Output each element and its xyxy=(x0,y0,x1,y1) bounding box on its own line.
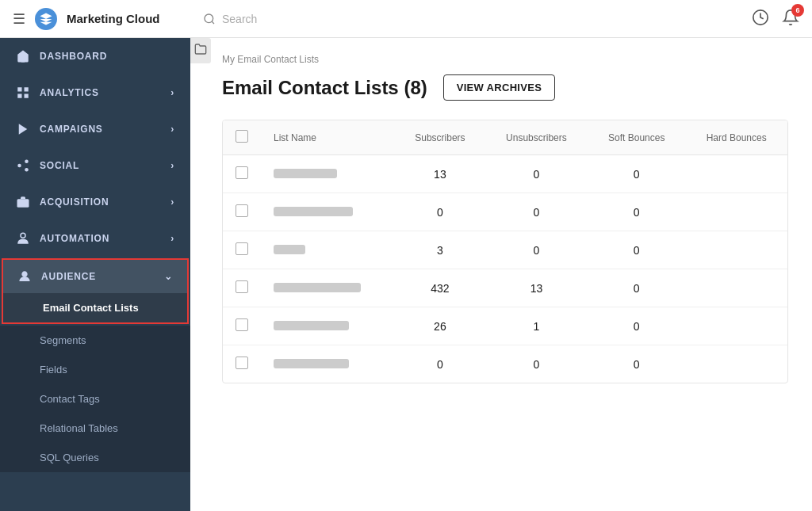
list-name-5[interactable] xyxy=(274,359,349,368)
submenu-item-contact-tags[interactable]: Contact Tags xyxy=(0,384,190,414)
audience-icon xyxy=(17,269,32,284)
table-row: 300 xyxy=(223,231,787,269)
list-name-2[interactable] xyxy=(274,245,305,254)
cell-subscribers-2: 3 xyxy=(395,231,485,269)
main-layout: Dashboard Analytics › Campaigns › Social… xyxy=(0,38,812,511)
content-area: My Email Contact Lists Email Contact Lis… xyxy=(190,38,812,511)
col-header-list-name: List Name xyxy=(261,120,395,155)
svg-rect-2 xyxy=(17,87,21,91)
sidebar-item-acquisition[interactable]: Acquisition › xyxy=(0,184,190,220)
svg-rect-12 xyxy=(17,199,29,208)
row-checkbox-5[interactable] xyxy=(236,357,248,369)
col-header-unsubscribers: Unsubscribers xyxy=(485,120,588,155)
row-checkbox-1[interactable] xyxy=(236,204,248,217)
sidebar-item-automation[interactable]: Automation › xyxy=(0,220,190,257)
cell-unsubscribers-5: 0 xyxy=(485,345,588,383)
svg-point-0 xyxy=(205,14,213,23)
search-icon xyxy=(203,13,216,25)
select-all-header[interactable] xyxy=(223,120,261,155)
table-row: 000 xyxy=(223,193,787,231)
svg-marker-6 xyxy=(19,124,28,135)
row-checkbox-0[interactable] xyxy=(236,166,248,179)
svg-rect-4 xyxy=(17,94,21,98)
list-name-1[interactable] xyxy=(274,207,353,216)
logo xyxy=(35,8,57,30)
list-name-0[interactable] xyxy=(274,169,337,178)
cell-soft_bounces-2: 0 xyxy=(588,231,685,269)
table-row: 1300 xyxy=(223,155,787,193)
cell-subscribers-1: 0 xyxy=(395,193,485,231)
sidebar-item-analytics[interactable]: Analytics › xyxy=(0,74,190,111)
sidebar-item-dashboard[interactable]: Dashboard xyxy=(0,38,190,74)
topbar-icons: 6 xyxy=(752,9,799,29)
cell-soft_bounces-5: 0 xyxy=(588,345,685,383)
app-title: Marketing Cloud xyxy=(67,12,160,25)
cell-unsubscribers-1: 0 xyxy=(485,193,588,231)
topbar-left: ☰ Marketing Cloud xyxy=(13,8,203,30)
automation-icon xyxy=(16,231,30,246)
cell-hard_bounces-0 xyxy=(685,155,787,193)
notification-button[interactable]: 6 xyxy=(782,9,799,29)
chevron-campaigns: › xyxy=(170,124,174,135)
cell-hard_bounces-5 xyxy=(685,345,787,383)
content-inner: My Email Contact Lists Email Contact Lis… xyxy=(190,38,812,399)
chevron-automation: › xyxy=(170,233,174,244)
cell-soft_bounces-0: 0 xyxy=(588,155,685,193)
cell-subscribers-5: 0 xyxy=(395,345,485,383)
cell-subscribers-0: 13 xyxy=(395,155,485,193)
row-checkbox-3[interactable] xyxy=(236,280,248,293)
email-lists-table: List Name Subscribers Unsubscribers Soft… xyxy=(222,120,788,383)
hamburger-icon[interactable]: ☰ xyxy=(13,10,25,28)
svg-point-13 xyxy=(22,272,27,276)
notification-badge: 6 xyxy=(791,4,804,17)
logo-icon xyxy=(39,12,53,26)
page-title: Email Contact Lists (8) xyxy=(222,77,427,99)
submenu-item-relational-tables[interactable]: Relational Tables xyxy=(0,414,190,443)
view-archives-button[interactable]: VIEW ARCHIVES xyxy=(443,74,555,101)
sidebar-label-social: Social xyxy=(40,160,79,171)
cell-soft_bounces-4: 0 xyxy=(588,307,685,345)
svg-point-7 xyxy=(25,160,29,164)
submenu-item-email-contact-lists[interactable]: Email Contact Lists xyxy=(3,293,187,322)
cell-hard_bounces-2 xyxy=(685,231,787,269)
chevron-acquisition: › xyxy=(170,196,174,208)
cell-unsubscribers-2: 0 xyxy=(485,231,588,269)
table-row: 2610 xyxy=(223,307,787,345)
svg-rect-5 xyxy=(25,94,29,98)
submenu-item-sql-queries[interactable]: SQL Queries xyxy=(0,443,190,472)
submenu-item-fields[interactable]: Fields xyxy=(0,355,190,384)
search-area[interactable]: Search xyxy=(203,13,752,25)
table-header-row: List Name Subscribers Unsubscribers Soft… xyxy=(223,120,787,155)
list-name-4[interactable] xyxy=(274,321,349,330)
list-name-3[interactable] xyxy=(274,283,361,292)
sidebar-label-audience: Audience xyxy=(41,271,96,282)
row-checkbox-4[interactable] xyxy=(236,318,248,331)
folder-tab[interactable] xyxy=(190,38,211,63)
row-checkbox-2[interactable] xyxy=(236,242,248,255)
select-all-checkbox[interactable] xyxy=(236,130,248,143)
svg-rect-3 xyxy=(25,87,29,91)
analytics-icon xyxy=(16,86,30,100)
col-header-hard-bounces: Hard Bounces xyxy=(685,120,787,155)
cell-subscribers-3: 432 xyxy=(395,269,485,307)
sidebar: Dashboard Analytics › Campaigns › Social… xyxy=(0,38,190,511)
sidebar-label-campaigns: Campaigns xyxy=(40,124,103,135)
social-icon xyxy=(16,158,30,173)
sidebar-item-social[interactable]: Social › xyxy=(0,147,190,184)
cell-subscribers-4: 26 xyxy=(395,307,485,345)
cell-hard_bounces-4 xyxy=(685,307,787,345)
search-placeholder[interactable]: Search xyxy=(222,13,257,25)
cell-unsubscribers-4: 1 xyxy=(485,307,588,345)
cell-soft_bounces-3: 0 xyxy=(588,269,685,307)
topbar: ☰ Marketing Cloud Search 6 xyxy=(0,0,812,38)
chevron-analytics: › xyxy=(170,87,174,98)
acquisition-icon xyxy=(16,195,30,209)
clock-icon xyxy=(752,9,769,26)
home-icon xyxy=(16,49,30,63)
sidebar-item-campaigns[interactable]: Campaigns › xyxy=(0,111,190,147)
submenu-item-segments[interactable]: Segments xyxy=(0,326,190,355)
sidebar-item-audience[interactable]: Audience ⌄ xyxy=(3,260,187,293)
history-button[interactable] xyxy=(752,9,769,29)
cell-hard_bounces-3 xyxy=(685,269,787,307)
audience-submenu: Email Contact Lists xyxy=(3,293,187,322)
